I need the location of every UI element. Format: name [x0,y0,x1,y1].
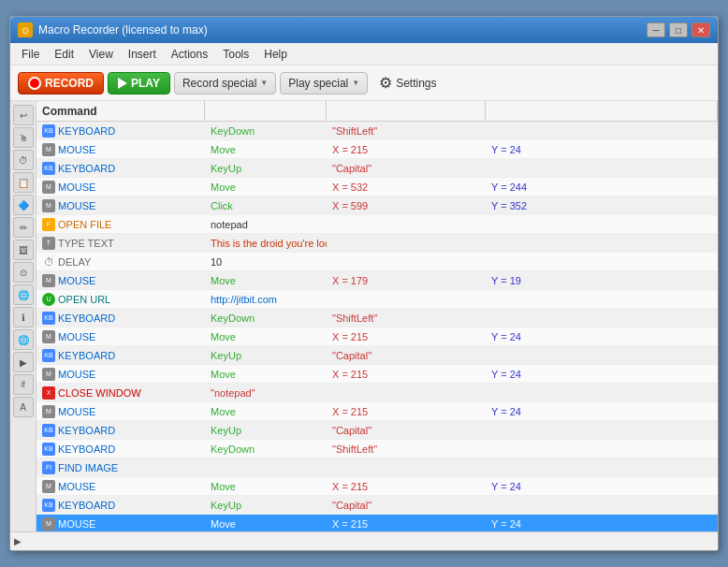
menu-view[interactable]: View [81,45,121,64]
table-row[interactable]: KB KEYBOARD KeyDown "ShiftLeft" [36,122,718,140]
cell-action: KeyDown [205,122,327,139]
cell-param2 [486,309,718,327]
cell-action: This is the droid you're looking for! [205,234,327,252]
sidebar-icon-8[interactable]: ⊙ [13,262,34,283]
cell-action: Move [205,402,327,420]
table-row[interactable]: T TYPE TEXT This is the droid you're loo… [36,234,718,253]
cell-action: Move [205,140,327,158]
cell-command: KB KEYBOARD [36,440,205,458]
table-row[interactable]: M MOUSE Move X = 215 Y = 24 [36,477,718,496]
play-special-button[interactable]: Play special ▼ [280,72,368,94]
cmd-type: MOUSE [58,144,95,155]
play-button[interactable]: PLAY [108,72,170,94]
table-row[interactable]: KB KEYBOARD KeyUp "Capital" [36,496,718,515]
sidebar-icon-5[interactable]: 🔷 [13,195,34,215]
table-row[interactable]: KB KEYBOARD KeyUp "Capital" [36,421,718,440]
cell-param1: "Capital" [327,159,486,177]
cmd-icon: KB [42,312,55,325]
cell-param2 [486,384,718,401]
table-row[interactable]: U OPEN URL http://jitbit.com [36,290,718,309]
sidebar-icon-4[interactable]: 📋 [13,172,34,193]
cmd-type: KEYBOARD [58,125,115,137]
sidebar-icon-1[interactable]: ↩ [13,105,34,125]
sidebar-icon-9[interactable]: 🌐 [13,284,34,305]
sidebar-icon-7[interactable]: 🖼 [13,240,34,260]
settings-button[interactable]: ⚙ Settings [371,70,444,95]
table-row[interactable]: KB KEYBOARD KeyUp "Capital" [36,159,718,178]
cell-param1 [327,384,486,401]
table-row[interactable]: X CLOSE WINDOW "notepad" [36,384,718,402]
cmd-icon: U [42,293,55,306]
table-row[interactable]: FI FIND IMAGE [36,458,718,477]
cell-action: notepad [205,215,327,233]
cmd-icon: X [42,386,55,400]
cmd-icon: M [42,480,55,493]
header-action [205,101,327,121]
table-row[interactable]: M MOUSE Move X = 215 Y = 24 [36,365,718,384]
sidebar-icon-14[interactable]: A [13,397,34,417]
cell-param1: X = 179 [327,271,486,289]
menu-help[interactable]: Help [256,45,295,64]
cell-param1: X = 215 [327,515,486,531]
cmd-icon: M [42,368,55,381]
cell-action: Move [205,178,327,196]
status-arrow-icon[interactable]: ▶ [14,536,22,546]
cell-param2 [486,290,718,308]
cell-param2: Y = 19 [486,271,718,289]
play-icon [118,78,127,89]
cmd-icon: ⏱ [42,255,55,269]
header-command: Command [36,101,205,121]
sidebar-icon-3[interactable]: ⏱ [13,150,34,170]
sidebar-icon-13[interactable]: if [13,374,34,395]
main-window: ⊙ Macro Recorder (licensed to max) ─ □ ✕… [9,16,719,551]
menu-edit[interactable]: Edit [47,45,81,64]
maximize-button[interactable]: □ [669,22,688,37]
record-button[interactable]: RECORD [18,72,104,94]
sidebar-icon-10[interactable]: ℹ [13,307,34,327]
cell-action: KeyUp [205,346,327,364]
menu-insert[interactable]: Insert [121,45,164,64]
table-row[interactable]: ⏱ DELAY 10 [36,253,718,271]
table-row[interactable]: KB KEYBOARD KeyDown "ShiftLeft" [36,440,718,458]
cmd-type: DELAY [58,256,91,268]
cell-param1: X = 215 [327,365,486,383]
sidebar-icon-12[interactable]: ▶ [13,352,34,372]
table-row[interactable]: F OPEN FILE notepad [36,215,718,234]
table-row[interactable]: M MOUSE Click X = 599 Y = 352 [36,196,718,215]
table-row[interactable]: M MOUSE Move X = 215 Y = 24 [36,327,718,346]
cell-param2: Y = 244 [486,178,718,196]
minimize-button[interactable]: ─ [647,22,665,37]
cell-param1: "ShiftLeft" [327,122,486,139]
cell-command: KB KEYBOARD [36,421,205,439]
table-row[interactable]: M MOUSE Move X = 179 Y = 19 [36,271,718,290]
menu-actions[interactable]: Actions [164,45,215,64]
sidebar-icon-6[interactable]: ✏ [13,217,34,238]
cell-command: F OPEN FILE [36,215,205,233]
close-button[interactable]: ✕ [692,22,710,37]
cell-action: Move [205,365,327,383]
header-param2 [486,101,718,121]
cmd-type: TYPE TEXT [58,238,114,249]
table-row[interactable]: M MOUSE Move X = 215 Y = 24 [36,515,718,531]
cell-action: KeyUp [205,159,327,177]
menu-tools[interactable]: Tools [215,45,256,64]
table-row[interactable]: KB KEYBOARD KeyDown "ShiftLeft" [36,309,718,327]
cell-command: M MOUSE [36,140,205,158]
cell-param2 [486,458,718,476]
cmd-type: KEYBOARD [58,350,115,361]
cell-command: KB KEYBOARD [36,122,205,139]
cell-param1: X = 215 [327,402,486,420]
sidebar-icon-2[interactable]: 🖱 [13,127,34,148]
record-special-button[interactable]: Record special ▼ [174,72,276,94]
sidebar-icon-11[interactable]: 🌐 [13,329,34,350]
cmd-icon: M [42,405,55,418]
menu-bar: File Edit View Insert Actions Tools Help [10,43,718,65]
table-row[interactable]: M MOUSE Move X = 215 Y = 24 [36,402,718,421]
cmd-type: OPEN URL [58,294,110,305]
menu-file[interactable]: File [14,45,47,64]
cell-action: "notepad" [205,384,327,401]
status-bar: ▶ [10,531,718,550]
table-row[interactable]: M MOUSE Move X = 532 Y = 244 [36,178,718,196]
table-row[interactable]: M MOUSE Move X = 215 Y = 24 [36,140,718,159]
table-row[interactable]: KB KEYBOARD KeyUp "Capital" [36,346,718,365]
